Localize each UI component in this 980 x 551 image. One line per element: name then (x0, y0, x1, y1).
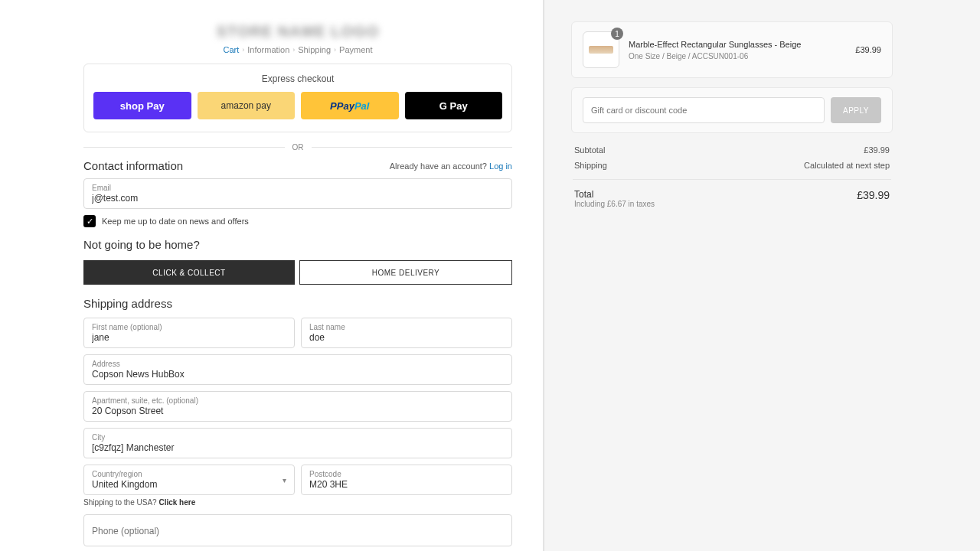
address-input[interactable] (92, 368, 504, 381)
email-input[interactable] (92, 192, 504, 205)
or-label: OR (285, 143, 312, 152)
product-price: £39.99 (855, 45, 881, 54)
city-field[interactable]: City (83, 428, 512, 458)
home-delivery-button[interactable]: HOME DELIVERY (299, 260, 512, 285)
product-title: Marble-Effect Rectangular Sunglasses - B… (629, 39, 846, 50)
first-name-label: First name (optional) (92, 323, 286, 331)
city-label: City (92, 433, 504, 442)
crumb-information: Information (247, 45, 289, 54)
amazon-pay-button[interactable]: amazon pay (198, 92, 296, 119)
express-title: Express checkout (93, 73, 502, 84)
postcode-label: Postcode (309, 470, 504, 478)
shipping-label: Shipping (574, 161, 607, 170)
product-variant: One Size / Beige / ACCSUN001-06 (629, 52, 846, 60)
shipping-value: Calculated at next step (804, 161, 890, 170)
discount-card: APPLY (571, 87, 893, 133)
quantity-badge: 1 (611, 28, 623, 40)
paypal-logo-pay: Pay (337, 100, 354, 112)
news-checkbox[interactable]: ✓ (83, 215, 96, 227)
crumb-shipping: Shipping (298, 45, 331, 54)
delivery-heading: Not going to be home? (83, 238, 512, 251)
express-checkout-box: Express checkout shop Pay amazon pay P P… (83, 64, 512, 132)
usa-hint: Shipping to the USA? Click here (83, 498, 512, 507)
last-name-label: Last name (309, 323, 504, 331)
login-link[interactable]: Log in (489, 161, 512, 171)
apartment-input[interactable] (92, 405, 504, 418)
shop-pay-button[interactable]: shop Pay (93, 92, 191, 119)
crumb-cart[interactable]: Cart (223, 45, 239, 54)
discount-input[interactable] (583, 97, 825, 123)
total-label: Total (574, 189, 655, 200)
apartment-field[interactable]: Apartment, suite, etc. (optional) (83, 391, 512, 422)
store-logo: STORE NAME LOGO (83, 23, 512, 41)
email-label: Email (92, 184, 504, 192)
chevron-right-icon: › (292, 46, 295, 54)
total-value: £39.99 (857, 189, 890, 201)
crumb-payment: Payment (339, 45, 372, 54)
total-tax: Including £6.67 in taxes (574, 200, 655, 208)
paypal-button[interactable]: P PayPal (301, 92, 399, 119)
breadcrumb: Cart › Information › Shipping › Payment (83, 45, 512, 54)
last-name-field[interactable]: Last name (301, 318, 512, 348)
apply-button[interactable]: APPLY (831, 97, 881, 123)
email-field[interactable]: Email (83, 178, 512, 209)
order-item-card: 1 Marble-Effect Rectangular Sunglasses -… (571, 21, 893, 78)
chevron-right-icon: › (334, 46, 336, 54)
login-prompt: Already have an account? Log in (390, 161, 512, 171)
postcode-input[interactable] (309, 478, 504, 491)
country-value: United Kingdom (92, 478, 286, 491)
first-name-field[interactable]: First name (optional) (83, 318, 295, 348)
click-collect-button[interactable]: CLICK & COLLECT (83, 260, 295, 285)
first-name-input[interactable] (92, 331, 286, 344)
country-label: Country/region (92, 470, 286, 478)
address-label: Address (92, 360, 504, 368)
divider-or: OR (83, 143, 512, 152)
contact-heading: Contact information (83, 159, 183, 172)
country-select[interactable]: Country/region United Kingdom ▾ (83, 465, 295, 495)
chevron-right-icon: › (242, 46, 244, 54)
news-label: Keep me up to date on news and offers (102, 217, 249, 226)
product-thumbnail: 1 (583, 31, 619, 68)
subtotal-value: £39.99 (864, 145, 890, 155)
subtotal-label: Subtotal (574, 145, 605, 155)
last-name-input[interactable] (309, 331, 504, 344)
shipping-heading: Shipping address (83, 297, 512, 310)
address-field[interactable]: Address (83, 354, 512, 385)
usa-link[interactable]: Click here (158, 498, 195, 507)
postcode-field[interactable]: Postcode (301, 465, 512, 495)
phone-field[interactable] (83, 514, 512, 546)
city-input[interactable] (92, 442, 504, 455)
apartment-label: Apartment, suite, etc. (optional) (92, 396, 504, 405)
phone-input[interactable] (92, 520, 504, 543)
google-pay-button[interactable]: G Pay (405, 92, 503, 119)
paypal-logo-p: P (330, 100, 337, 112)
paypal-logo-pal: Pal (354, 100, 370, 112)
